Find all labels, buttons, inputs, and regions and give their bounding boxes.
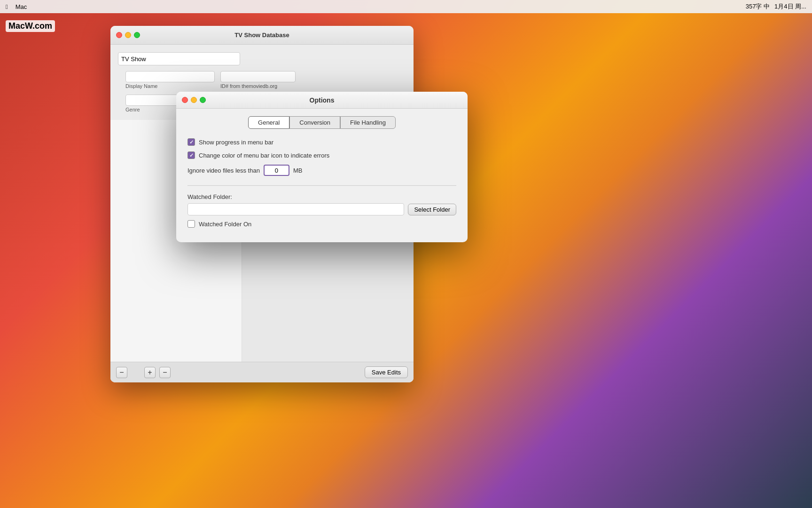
macw-logo: MacW.com bbox=[6, 16, 43, 35]
options-close-button[interactable] bbox=[182, 97, 188, 103]
display-name-col: Display Name bbox=[125, 71, 215, 89]
options-title: Options bbox=[310, 96, 335, 104]
save-edits-button[interactable]: Save Edits bbox=[365, 366, 408, 378]
tab-general[interactable]: General bbox=[248, 116, 289, 129]
tab-file-handling[interactable]: File Handling bbox=[340, 116, 396, 129]
mb-label: MB bbox=[293, 167, 303, 174]
tv-bottom-bar: − + − Save Edits bbox=[110, 362, 414, 382]
tv-window-close-button[interactable] bbox=[116, 32, 122, 38]
show-progress-row: ✓ Show progress in menu bar bbox=[187, 138, 456, 146]
menubar-item[interactable]: Mac bbox=[16, 3, 27, 10]
id-col: ID# from themoviedb.org bbox=[220, 71, 296, 89]
checkmark-icon-2: ✓ bbox=[189, 153, 194, 158]
options-content: General Conversion File Handling ✓ Show … bbox=[176, 109, 468, 241]
movie-db-id-label: ID# from themoviedb.org bbox=[220, 83, 296, 89]
tv-show-input[interactable] bbox=[118, 52, 240, 65]
tabs-container: General Conversion File Handling bbox=[187, 116, 456, 129]
display-name-label: Display Name bbox=[125, 83, 215, 89]
movie-db-id-input[interactable] bbox=[220, 71, 296, 82]
remove-item-button-2[interactable]: − bbox=[159, 367, 171, 378]
watched-folder-on-checkbox[interactable]: ✓ bbox=[187, 220, 195, 228]
tv-window-maximize-button[interactable] bbox=[134, 32, 140, 38]
tv-window-titlebar: TV Show Database bbox=[110, 26, 414, 45]
tv-window-minimize-button[interactable] bbox=[125, 32, 131, 38]
menubar-clock: 1月4日 周... bbox=[774, 2, 806, 11]
change-color-row: ✓ Change color of menu bar icon to indic… bbox=[187, 151, 456, 159]
menubar:  Mac 357字 中 1月4日 周... bbox=[0, 0, 812, 13]
add-item-button[interactable]: + bbox=[144, 367, 156, 378]
macw-logo-text: MacW.com bbox=[6, 20, 55, 32]
minus-icon: − bbox=[119, 368, 124, 377]
tv-window-traffic-lights bbox=[116, 32, 140, 38]
folder-path-input[interactable] bbox=[187, 203, 404, 215]
change-color-label: Change color of menu bar icon to indicat… bbox=[199, 152, 329, 159]
display-name-input[interactable] bbox=[125, 71, 215, 82]
checkmark-icon: ✓ bbox=[189, 140, 194, 145]
divider bbox=[187, 185, 456, 186]
apple-menu-icon[interactable]:  bbox=[6, 3, 8, 10]
watched-folder-on-label: Watched Folder On bbox=[199, 221, 251, 228]
ignore-files-prefix-label: Ignore video files less than bbox=[187, 167, 260, 174]
plus-icon: + bbox=[148, 368, 152, 377]
minus-icon-2: − bbox=[163, 368, 167, 377]
options-modal: Options General Conversion File Handling… bbox=[176, 92, 468, 242]
tv-show-row bbox=[118, 52, 406, 65]
form-row: Display Name ID# from themoviedb.org bbox=[125, 71, 406, 89]
watched-folder-heading: Watched Folder: bbox=[187, 193, 456, 200]
ignore-files-row: Ignore video files less than MB bbox=[187, 165, 456, 176]
remove-item-button[interactable]: − bbox=[116, 367, 127, 378]
show-progress-checkbox[interactable]: ✓ bbox=[187, 138, 195, 146]
watched-folder-row: Select Folder bbox=[187, 203, 456, 215]
change-color-checkbox[interactable]: ✓ bbox=[187, 151, 195, 159]
show-progress-label: Show progress in menu bar bbox=[199, 139, 273, 146]
tab-conversion[interactable]: Conversion bbox=[289, 116, 340, 129]
options-maximize-button[interactable] bbox=[200, 97, 206, 103]
select-folder-button[interactable]: Select Folder bbox=[408, 204, 456, 215]
options-titlebar: Options bbox=[176, 92, 468, 109]
tv-window-title: TV Show Database bbox=[234, 32, 289, 39]
options-traffic-lights bbox=[182, 97, 206, 103]
watched-folder-on-row: ✓ Watched Folder On bbox=[187, 220, 456, 228]
options-minimize-button[interactable] bbox=[191, 97, 197, 103]
ignore-files-input[interactable] bbox=[264, 165, 289, 176]
menubar-char-count: 357字 中 bbox=[746, 2, 770, 11]
